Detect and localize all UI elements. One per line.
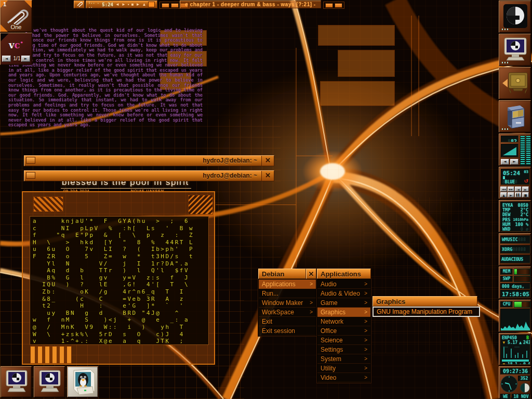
menu-title[interactable]: Debian [258,269,306,279]
next-track-button[interactable]: ►► [508,187,514,192]
dock-tile-monitor-2[interactable] [34,366,65,397]
mixer-prev-button[interactable]: ◄ [501,159,509,165]
miniaturize-button[interactable] [26,172,35,179]
pager-next-button[interactable]: ► [21,56,30,62]
menu-title[interactable]: Applications [317,269,371,279]
terminal-titlebar[interactable]: hydroJ@debian: ~ ✕ [24,155,274,166]
rewind-button[interactable]: ◄ [515,187,522,192]
menu-item-game[interactable]: Game> [317,298,370,308]
menu-item-video[interactable]: Video> [317,373,370,382]
menu-item-gimp[interactable]: GNU Image Manipulation Program [373,307,480,317]
menu-item-label: Game [321,299,364,307]
play-button[interactable]: ► [508,192,514,197]
charmap-row: Yl N V/ j I 1r?DA".a [33,260,206,268]
menu-item-network[interactable]: Network> [317,317,370,326]
eject-icon[interactable]: ▲ [142,2,146,7]
submenu-arrow-icon: > [364,375,367,380]
menu-item-exit[interactable]: Exit [259,317,316,326]
dock-tile-status[interactable]: WMUSIC888 XORG88888 AUDACIOUS [499,233,531,265]
menu-item-label: GNU Image Manipulation Program [377,308,476,315]
dock-tile-monitor-1[interactable] [1,366,32,397]
stop-button[interactable]: ■ [522,192,529,197]
workspace-pager-tile[interactable]: 1 One [0,0,32,32]
wallpaper-block [320,81,395,106]
prev-icon[interactable]: ◄ [115,2,119,7]
dock-tile-mixer[interactable]: 882 ◄ ► [499,134,531,166]
mixer-next-button[interactable]: ► [510,159,518,165]
menu-item-settings[interactable]: Settings> [317,345,370,354]
wmaker-logo-icon [503,4,527,28]
dock-tile-terminal[interactable] [499,34,531,66]
window-buttons-group[interactable] [323,2,344,9]
forward-button[interactable]: ► [522,187,529,192]
net-up: 243 [523,340,530,345]
wallpaper-paragraph: ries ago we've thought about the quest k… [8,28,203,128]
menu-item-audio[interactable]: Audio> [317,280,370,289]
up-arrow-icon: ▲ [519,340,522,345]
workspace-name: One [1,24,32,30]
menu-item-science[interactable]: Science> [317,336,370,345]
menu-item-workspace[interactable]: WorkSpace> [259,308,316,317]
terminal-titlebar[interactable]: hydroJ@debian: ~ ✕ [24,170,274,181]
running-dots [502,62,509,63]
close-icon[interactable]: ✕ [306,269,316,279]
stop-icon[interactable]: ■ [131,2,134,7]
prev-track-button[interactable]: ◄◄ [500,187,507,192]
charmap-row: @ / MnK V9 W:: i ) yh T [33,324,206,331]
dock-tile-network[interactable]: ENP4S0 B ▼5.17 ▲243 ▼18.1 ▲0.00 [499,333,531,365]
dock-tile-filemanager[interactable] [499,100,531,132]
menu-item-utility[interactable]: Utility> [317,364,370,373]
track-title-bar[interactable]: e chapter 1 - deeper drum & bass - ways … [180,1,321,8]
menu-item-system[interactable]: System> [317,354,370,364]
pause-button[interactable]: ▌▌ [515,192,522,197]
vc-pager-tile[interactable]: vc• ◄ 1/1 ► [0,33,32,65]
player-dots: :.. . .. [88,1,100,9]
menu-item-window-maker[interactable]: Window Maker> [259,298,316,308]
window-button[interactable] [325,3,333,8]
menu-title[interactable]: Graphics [373,296,477,307]
player-level-block [148,2,155,7]
loop-icon: ↺ [524,178,528,184]
volume-ramp[interactable] [501,144,518,157]
ghost: 88888 [512,247,526,252]
charmap-terminal[interactable]: a knjaU'* F GYA(hu > ; 6c NI pLpV % :h[ … [30,216,209,345]
paperclip-icon [76,2,83,7]
topbar-player[interactable]: :.. . .. 5:24 ◄ ► ▪ ■ ► ▲ [86,1,157,8]
window-button[interactable] [162,3,169,8]
menu-item-audio-video[interactable]: Audio & Video> [317,289,370,298]
eject-button[interactable]: ▲ [500,192,507,197]
next-icon[interactable]: ► [136,2,140,7]
menu-item-label: Window Maker [262,299,310,307]
dock-tile-clock[interactable]: 09:27:36 352 WE 18 NOV [499,366,531,398]
dock-tile-weather[interactable]: EYKA0850 TMP2°C DEW2°C PRS1010hPa HUM100… [499,200,531,232]
date: 18 NOV [514,394,529,399]
menu-item-label: Exit [262,318,313,325]
menu-item-exit-session[interactable]: Exit session [259,326,316,336]
miniaturize-button[interactable] [26,157,35,164]
close-button[interactable]: ✕ [261,171,274,181]
page-indicator: 1/1 [12,56,21,61]
mixer-value: 82 [511,139,517,142]
clip-button[interactable] [74,1,85,8]
window-button[interactable] [335,3,342,8]
dock-tile-sysmon[interactable]: MEM SWP 000 days, 17:58:05 [499,267,531,299]
pager-prev-button[interactable]: ◄ [2,56,11,62]
weather-label: WND [502,227,510,232]
menu-item-applications[interactable]: Applications> [259,280,316,289]
dock-tile-linux-monitor[interactable] [67,366,98,397]
menu-item-label: System [321,355,364,363]
dock-tile-drawer[interactable] [499,67,531,99]
dock-tile-player[interactable]: 05:24 03 8BLUE8 ↺ ◄◄ ►► ◄ ► ▲ ► ▌▌ ■ [499,167,531,199]
pause-icon[interactable]: ▪ [128,2,129,7]
window-button[interactable] [171,3,179,8]
charmap-row: B% G l gv y=V z:s f J [33,274,206,282]
status-wmusic: WMUSIC [502,237,518,242]
menu-item-run[interactable]: Run... [259,289,316,298]
close-button[interactable]: ✕ [261,156,274,166]
menu-item-office[interactable]: Office> [317,326,370,336]
dock-tile-wmaker[interactable] [499,1,531,33]
play-icon[interactable]: ► [122,2,126,7]
charmap-row: t2 H : e'G ]* ` ' [33,302,206,310]
menu-item-graphics[interactable]: Graphics> [317,308,370,317]
dock-tile-cpu[interactable]: CPU [499,300,531,332]
